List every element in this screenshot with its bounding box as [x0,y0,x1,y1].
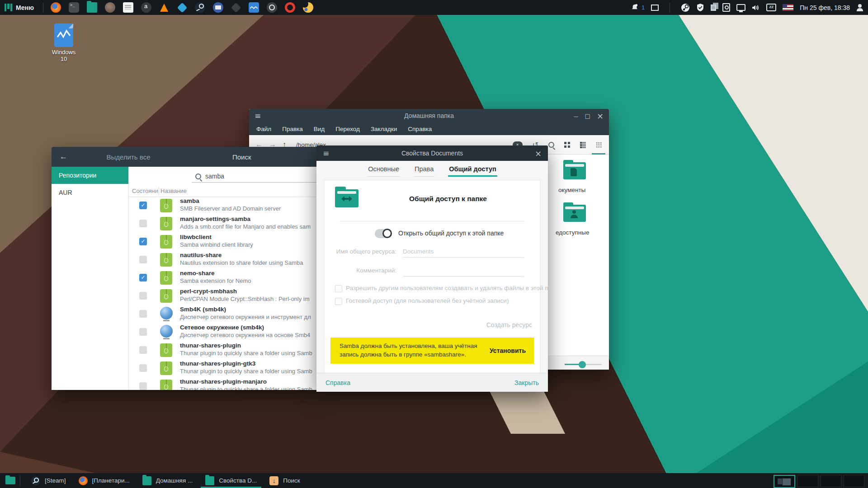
package-row[interactable]: Smb4K (smb4k)Диспетчер сетевого окружени… [128,305,318,323]
list-view-toggle[interactable] [580,142,586,148]
package-row[interactable]: Сетевое окружение (smb4k)Диспетчер сетев… [128,323,318,341]
package-row[interactable]: thunar-shares-plugin-gtk3Thunar plugin t… [128,359,318,377]
package-checkbox[interactable] [139,202,147,209]
folder-public-label[interactable]: едоступные [556,229,589,236]
menu-button[interactable]: Меню [16,4,34,11]
video-player-icon[interactable] [213,2,223,13]
zoom-slider[interactable] [565,364,602,365]
vlc-icon[interactable] [159,2,170,13]
folder-documents-icon[interactable] [563,162,586,179]
package-row[interactable]: nemo-shareSamba extension for Nemo [128,269,318,287]
tab-permissions[interactable]: Права [414,164,434,177]
task-home-folder[interactable]: Домашняя ... [136,473,199,488]
opera-icon[interactable] [285,2,295,13]
search-input[interactable]: samba [192,170,318,183]
comment-input[interactable] [403,276,524,277]
package-row[interactable]: sambaSMB Fileserver and AD Domain server [128,197,318,215]
menu-bookmarks[interactable]: Закладки [371,126,397,132]
task-properties[interactable]: Свойства D... [199,473,263,488]
volume-icon[interactable] [752,4,760,11]
workspace-4[interactable] [844,475,864,487]
help-button[interactable]: Справка [326,379,350,386]
keyboard-indicator-icon[interactable]: ZZ [766,4,776,11]
sidebar-item-aur[interactable]: AUR [52,184,128,201]
share-toggle[interactable] [375,229,391,238]
dialog-titlebar[interactable]: Свойства Documents [316,145,548,161]
task-steam[interactable]: [Steam] [25,473,72,488]
windows-vm-icon[interactable] [249,2,259,13]
shield-antivirus-icon[interactable] [696,3,704,12]
panel-clock[interactable]: Пн 25 фев, 18:38 [800,4,850,11]
workspace-1[interactable] [774,475,795,488]
allow-others-checkbox[interactable] [335,285,342,292]
notes-icon[interactable] [711,5,716,11]
disk-icon[interactable] [722,3,730,12]
show-desktop-button[interactable] [5,477,15,484]
close-dialog-button[interactable]: Закрыть [514,379,539,386]
amazon-icon[interactable] [141,2,151,13]
package-checkbox[interactable] [139,346,147,354]
package-checkbox[interactable] [139,292,147,300]
window-list-icon[interactable] [651,5,659,11]
menu-view[interactable]: Вид [314,126,325,132]
task-search[interactable]: Поиск [263,473,306,488]
package-row[interactable]: thunar-shares-plugin-manjaroThunar plugi… [128,377,318,390]
menu-file[interactable]: Файл [256,126,271,132]
kodi-icon[interactable] [177,2,188,13]
create-share-button[interactable]: Создать ресурс [486,321,532,328]
zoom-slider-knob[interactable] [579,361,586,368]
inkscape-icon[interactable] [231,2,241,13]
menu-go[interactable]: Переход [335,126,360,132]
folder-public-icon[interactable] [563,205,586,222]
package-checkbox[interactable] [139,382,147,390]
menu-help[interactable]: Справка [408,126,432,132]
package-row[interactable]: thunar-shares-pluginThunar plugin to qui… [128,341,318,359]
menu-edit[interactable]: Правка [282,126,303,132]
terminal-icon[interactable] [69,2,79,13]
sidebar-item-repositories[interactable]: Репозитории [52,167,128,184]
package-checkbox[interactable] [139,238,147,245]
package-checkbox[interactable] [139,256,147,263]
search-icon[interactable] [548,142,554,148]
package-checkbox[interactable] [139,274,147,282]
column-state[interactable]: Состояни [132,188,158,194]
install-button[interactable]: Установить [490,347,526,354]
desktop-icon-windows10[interactable]: Windows 10 [51,23,77,62]
package-checkbox[interactable] [139,220,147,227]
workspace-2[interactable] [797,475,818,487]
search-button[interactable]: Поиск [232,153,251,161]
package-checkbox[interactable] [139,310,147,318]
icon-view-toggle[interactable] [564,142,570,148]
gimp-icon[interactable] [105,2,115,13]
package-row[interactable]: libwbclientSamba winbind client library [128,233,318,251]
task-planetarium[interactable]: [Планетари... [72,473,136,488]
obs-icon[interactable] [267,2,277,13]
file-manager-titlebar[interactable]: Домашняя папка [249,109,609,122]
compact-view-toggle[interactable] [596,142,602,148]
package-checkbox[interactable] [139,328,147,336]
firefox-icon[interactable] [51,2,61,13]
guest-access-checkbox[interactable] [335,298,342,305]
tab-basic[interactable]: Основные [367,164,400,177]
tab-share[interactable]: Общий доступ [448,164,497,177]
file-manager-icon[interactable] [87,2,97,13]
package-manager-header[interactable]: ← Выделить все Поиск [52,147,318,167]
package-row[interactable]: perl-crypt-smbhashPerl/CPAN Module Crypt… [128,287,318,305]
column-name[interactable]: Название [160,188,187,194]
steam-icon[interactable] [195,2,205,13]
share-name-input[interactable]: Documents [403,248,434,255]
us-flag-icon[interactable] [783,4,793,11]
steam-tray-icon[interactable] [681,3,690,12]
notifications-bell-icon[interactable] [631,4,639,12]
stellarium-icon[interactable] [303,2,313,13]
select-all-button[interactable]: Выделить все [52,153,205,161]
folder-documents-label[interactable]: окументы [558,187,585,193]
workspace-3[interactable] [821,475,841,487]
package-row[interactable]: nautilus-shareNautilus extension to shar… [128,251,318,269]
package-row[interactable]: manjaro-settings-sambaAdds a smb.conf fi… [128,215,318,233]
user-icon[interactable] [856,4,863,11]
notification-count[interactable]: 1 [642,4,645,11]
manjaro-menu-icon[interactable] [5,4,12,11]
display-icon[interactable] [736,4,745,11]
libreoffice-icon[interactable] [123,2,133,13]
